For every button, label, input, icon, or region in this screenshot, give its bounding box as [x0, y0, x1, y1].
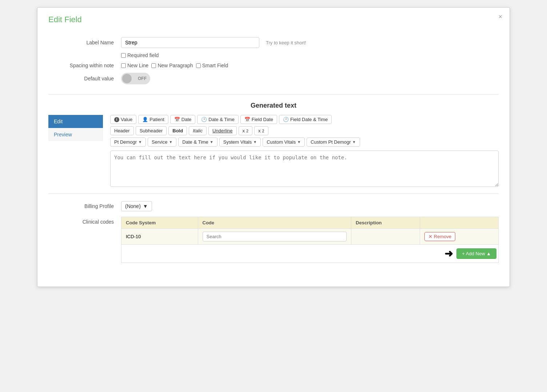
toggle-text: OFF — [138, 76, 147, 81]
pt-demogr-arrow: ▼ — [138, 140, 142, 144]
system-vitals-dropdown[interactable]: System Vitals ▼ — [219, 137, 261, 147]
generated-section: Generated text Edit Preview i Value 👤 P — [48, 95, 499, 194]
description-cell — [351, 229, 420, 245]
add-new-button[interactable]: + Add New ▲ — [456, 248, 496, 259]
italic-btn[interactable]: Italic — [189, 126, 207, 135]
required-field-checkbox[interactable] — [121, 53, 126, 58]
person-icon: 👤 — [142, 117, 148, 122]
table-header-row: Code System Code Description — [121, 217, 499, 229]
generated-content: i Value 👤 Patient 📅 Date 🕐 Date & Time — [103, 115, 499, 188]
generated-text-area[interactable] — [110, 151, 499, 187]
generated-title-container: Generated text — [48, 102, 499, 109]
edit-field-modal: × Edit Field Label Name Try to keep it s… — [37, 7, 510, 287]
generated-title: Generated text — [48, 102, 499, 109]
header-btn[interactable]: Header — [110, 126, 134, 135]
close-button[interactable]: × — [498, 13, 502, 21]
billing-profile-dropdown[interactable]: (None) ▼ — [121, 201, 152, 211]
label-hint: Try to keep it short! — [266, 40, 306, 45]
billing-section: Billing Profile (None) ▼ Clinical codes … — [48, 194, 499, 276]
label-name-label: Label Name — [48, 40, 121, 45]
label-name-row: Label Name Try to keep it short! — [48, 37, 499, 48]
code-cell — [198, 229, 351, 245]
date-time-dd-arrow: ▼ — [210, 140, 213, 144]
field-calendar-icon: 📅 — [244, 117, 250, 122]
code-header: Code — [198, 217, 351, 229]
smart-field-checkbox[interactable] — [196, 63, 201, 68]
pt-demogr-dropdown[interactable]: Pt Demogr ▼ — [110, 137, 146, 147]
code-search-input[interactable] — [203, 232, 347, 241]
add-new-row: ➜ + Add New ▲ — [121, 245, 499, 263]
system-vitals-arrow: ▼ — [253, 140, 257, 144]
modal-title: Edit Field — [48, 15, 499, 24]
value-btn[interactable]: i Value — [110, 115, 136, 124]
date-time-dd-dropdown[interactable]: Date & Time ▼ — [178, 137, 217, 147]
spacing-row: Spacing within note New Line New Paragra… — [48, 63, 499, 68]
custom-pt-demogr-dropdown[interactable]: Custom Pt Demogr ▼ — [307, 137, 360, 147]
field-date-btn[interactable]: 📅 Field Date — [240, 115, 277, 124]
field-date-time-btn[interactable]: 🕐 Field Date & Time — [279, 115, 332, 124]
new-paragraph-checkbox[interactable] — [151, 63, 156, 68]
default-value-label: Default value — [48, 76, 121, 81]
new-line-label[interactable]: New Line — [121, 63, 148, 68]
custom-pt-demogr-arrow: ▼ — [352, 140, 356, 144]
edit-tab[interactable]: Edit — [48, 115, 103, 128]
underline-btn[interactable]: Underline — [208, 126, 237, 135]
required-field-label: Required field — [127, 52, 159, 58]
clinical-table-body: ICD-10 ✕ Remove — [121, 229, 499, 245]
preview-tab[interactable]: Preview — [48, 128, 103, 141]
action-cell: ✕ Remove — [420, 229, 499, 245]
default-value-content: OFF — [121, 73, 150, 84]
subheader-btn[interactable]: Subheader — [136, 126, 167, 135]
billing-profile-row: Billing Profile (None) ▼ — [48, 201, 499, 211]
custom-vitals-arrow: ▼ — [297, 140, 301, 144]
arrow-indicator: ➜ — [444, 248, 453, 260]
label-name-content: Try to keep it short! — [121, 37, 306, 48]
date-btn[interactable]: 📅 Date — [170, 115, 195, 124]
clinical-codes-label: Clinical codes — [48, 217, 121, 225]
subscript-btn[interactable]: x2 — [239, 126, 253, 135]
info-icon: i — [114, 117, 119, 122]
bold-btn[interactable]: Bold — [168, 126, 187, 135]
toolbar-row-3: Pt Demogr ▼ Service ▼ Date & Time ▼ Syst… — [110, 137, 499, 147]
superscript-btn[interactable]: x2 — [254, 126, 268, 135]
new-paragraph-label[interactable]: New Paragraph — [151, 63, 193, 68]
new-paragraph-text: New Paragraph — [157, 63, 193, 68]
billing-profile-label: Billing Profile — [48, 201, 121, 209]
custom-vitals-dropdown[interactable]: Custom Vitals ▼ — [263, 137, 305, 147]
new-line-checkbox[interactable] — [121, 63, 126, 68]
billing-profile-arrow: ▼ — [143, 203, 148, 209]
table-row: ICD-10 ✕ Remove — [121, 229, 499, 245]
smart-field-label[interactable]: Smart Field — [196, 63, 228, 68]
toolbar-row-1: i Value 👤 Patient 📅 Date 🕐 Date & Time — [110, 115, 499, 124]
code-system-cell: ICD-10 — [121, 229, 198, 245]
clock-icon: 🕐 — [201, 117, 207, 122]
remove-button[interactable]: ✕ Remove — [424, 232, 455, 241]
patient-btn[interactable]: 👤 Patient — [138, 115, 168, 124]
label-name-input[interactable] — [121, 37, 259, 48]
sidebar-tabs: Edit Preview — [48, 115, 103, 188]
service-arrow: ▼ — [169, 140, 172, 144]
form-section: Label Name Try to keep it short! Require… — [48, 32, 499, 95]
service-dropdown[interactable]: Service ▼ — [148, 137, 176, 147]
required-field-content: Required field — [121, 52, 159, 58]
clinical-codes-row: Clinical codes Code System Code Descript… — [48, 217, 499, 263]
description-header: Description — [351, 217, 420, 229]
billing-profile-content: (None) ▼ — [121, 201, 499, 211]
smart-field-text: Smart Field — [202, 63, 228, 68]
default-value-toggle[interactable]: OFF — [121, 73, 150, 84]
toolbar-row-2: Header Subheader Bold Italic Underline — [110, 126, 499, 135]
field-clock-icon: 🕐 — [283, 117, 289, 122]
new-line-text: New Line — [127, 63, 148, 68]
date-time-btn[interactable]: 🕐 Date & Time — [197, 115, 239, 124]
clinical-codes-table: Code System Code Description ICD-10 — [121, 217, 499, 245]
code-system-header: Code System — [121, 217, 198, 229]
calendar-icon: 📅 — [174, 117, 180, 122]
spacing-label: Spacing within note — [48, 63, 121, 68]
required-field-checkbox-label[interactable]: Required field — [121, 52, 159, 58]
clinical-table-header: Code System Code Description — [121, 217, 499, 229]
toggle-knob — [122, 74, 132, 83]
required-field-row: Required field — [48, 52, 499, 58]
default-value-row: Default value OFF — [48, 73, 499, 84]
edit-preview-container: Edit Preview i Value 👤 Patient 📅 — [48, 115, 499, 188]
billing-profile-value: (None) — [125, 203, 141, 209]
